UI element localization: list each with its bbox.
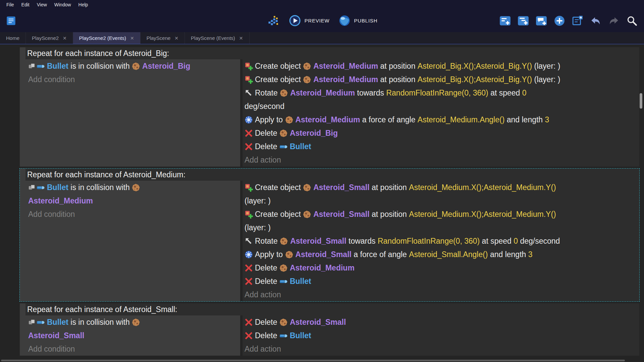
preview-play-icon [289,14,301,27]
action-row[interactable]: Rotate Asteroid_Small towards RandomFloa… [245,234,639,248]
condition-row[interactable]: Bullet is in collision with Asteroid_Sma… [28,315,240,342]
event-repeat-header[interactable]: Repeat for each instance of Asteroid_Sma… [25,303,639,315]
event-conditions[interactable]: Bullet is in collision with Asteroid_Sma… [25,315,240,356]
action-row[interactable]: Create object Asteroid_Small at position… [245,207,639,234]
publish-button[interactable]: PUBLISH [338,14,377,27]
action-row[interactable]: Delete Bullet [245,329,639,342]
add-other-events-button[interactable] [553,14,566,27]
instruction-line: Delete Bullet [245,140,639,153]
tab-close-icon[interactable]: ✕ [174,36,178,41]
tab-playscene2-events[interactable]: PlayScene2 (Events)✕ [73,32,141,44]
add-action-button[interactable]: Add action [245,153,639,167]
instruction-line: Asteroid_Medium [28,194,240,207]
event-drag-handle[interactable] [20,303,25,356]
undo-button[interactable] [589,14,602,27]
instruction-text: Asteroid_Small.Angle() [409,250,488,259]
rotate-icon [245,89,253,97]
event-conditions[interactable]: Bullet is in collision with Asteroid_Med… [25,181,240,301]
action-row[interactable]: Delete Asteroid_Small [245,315,639,329]
add-action-button[interactable]: Add action [245,342,639,356]
add-condition-button[interactable]: Add condition [28,342,240,356]
action-row[interactable]: Apply to Asteroid_Medium a force of angl… [245,113,639,126]
add-condition-button[interactable]: Add condition [28,73,240,86]
event-repeat-header[interactable]: Repeat for each instance of Asteroid_Med… [25,169,639,181]
instruction-text: 0 [522,88,527,98]
action-row[interactable]: Create object Asteroid_Medium at positio… [245,59,639,73]
instruction-text: at speed [480,237,514,246]
event-drag-handle[interactable] [20,169,25,301]
condition-row[interactable]: Bullet is in collision with Asteroid_Big [28,59,240,73]
edit-selection-button[interactable] [571,14,584,27]
add-event-icon [499,15,511,26]
event-block[interactable]: Repeat for each instance of Asteroid_Big… [20,47,639,167]
instruction-text: at position [378,75,418,84]
asteroid-sprite-icon [132,62,140,70]
action-row[interactable]: Delete Asteroid_Big [245,126,639,140]
instruction-text: Bullet [47,318,68,327]
collision-icon [28,184,36,191]
instruction-text: Apply to [255,250,285,259]
add-event-button[interactable] [498,14,512,27]
instruction-text: Asteroid_Big.X();Asteroid_Big.Y() [418,75,532,84]
menu-edit[interactable]: Edit [18,2,33,7]
instruction-text: is in collision with [68,62,132,71]
instruction-line: (layer: ) [245,194,639,207]
project-manager-button[interactable] [5,14,18,27]
action-row[interactable]: Create object Asteroid_Medium at positio… [245,73,639,86]
vertical-scrollbar-thumb[interactable] [640,93,642,109]
event-conditions[interactable]: Bullet is in collision with Asteroid_Big… [25,59,240,167]
instruction-text: (layer: ) [532,62,560,71]
event-repeat-header[interactable]: Repeat for each instance of Asteroid_Big… [25,47,639,59]
tab-close-icon[interactable]: ✕ [239,36,243,41]
menu-window[interactable]: Window [51,2,75,7]
menu-view[interactable]: View [33,2,51,7]
search-button[interactable] [625,14,639,27]
create-object-icon [245,183,253,192]
preview-label: PREVIEW [305,18,330,23]
event-drag-handle[interactable] [20,47,25,167]
instruction-text: at position [370,210,409,219]
event-main: Repeat for each instance of Asteroid_Sma… [25,303,639,356]
tab-close-icon[interactable]: ✕ [130,36,134,41]
delete-icon [245,142,253,151]
condition-row[interactable]: Bullet is in collision with Asteroid_Med… [28,181,240,207]
add-sub-event-button[interactable] [517,14,530,27]
create-object-icon [245,75,253,84]
instruction-text: RandomFloatInRange(0, 360) [386,88,488,98]
add-condition-button[interactable]: Add condition [28,207,240,221]
redo-button[interactable] [607,14,621,27]
add-comment-button[interactable] [535,14,548,27]
instruction-text: Bullet [290,331,311,340]
instruction-text: Create object [255,62,303,71]
event-block[interactable]: Repeat for each instance of Asteroid_Med… [20,169,639,301]
action-row[interactable]: Delete Bullet [245,140,639,153]
tab-home[interactable]: Home [0,32,26,44]
tab-playscene[interactable]: PlayScene✕ [141,32,185,44]
action-row[interactable]: Apply to Asteroid_Small a force of angle… [245,248,639,261]
instruction-text: Asteroid_Medium [296,115,360,124]
preview-button[interactable]: PREVIEW [289,14,330,27]
action-row[interactable]: Delete Asteroid_Medium [245,261,639,275]
tab-playscene2[interactable]: PlayScene2✕ [26,32,73,44]
event-actions[interactable]: Create object Asteroid_Small at position… [243,181,639,301]
event-actions[interactable]: Create object Asteroid_Medium at positio… [243,59,639,167]
event-block[interactable]: Repeat for each instance of Asteroid_Sma… [20,303,639,356]
instruction-text: RandomFloatInRange(0, 360) [378,237,480,246]
action-row[interactable]: Create object Asteroid_Small at position… [245,181,639,207]
tab-close-icon[interactable]: ✕ [63,36,67,41]
menu-file[interactable]: File [3,2,18,7]
action-row[interactable]: Delete Bullet [245,275,639,288]
tab-playscene-events[interactable]: PlayScene (Events)✕ [185,32,249,44]
instruction-text: Asteroid_Small [28,331,84,340]
bullet-sprite-icon [37,62,45,70]
instruction-text: (layer: ) [245,223,271,232]
menu-help[interactable]: Help [75,2,92,7]
action-row[interactable]: Rotate Asteroid_Medium towards RandomFlo… [245,86,639,113]
instruction-text: Bullet [290,277,311,286]
instruction-text: at position [378,62,418,71]
instruction-text: Apply to [255,115,285,124]
horizontal-scrollbar-thumb[interactable] [1,360,625,361]
project-manager-icon [6,15,17,26]
add-action-button[interactable]: Add action [245,288,639,301]
event-actions[interactable]: Delete Asteroid_SmallDelete BulletAdd ac… [243,315,639,356]
